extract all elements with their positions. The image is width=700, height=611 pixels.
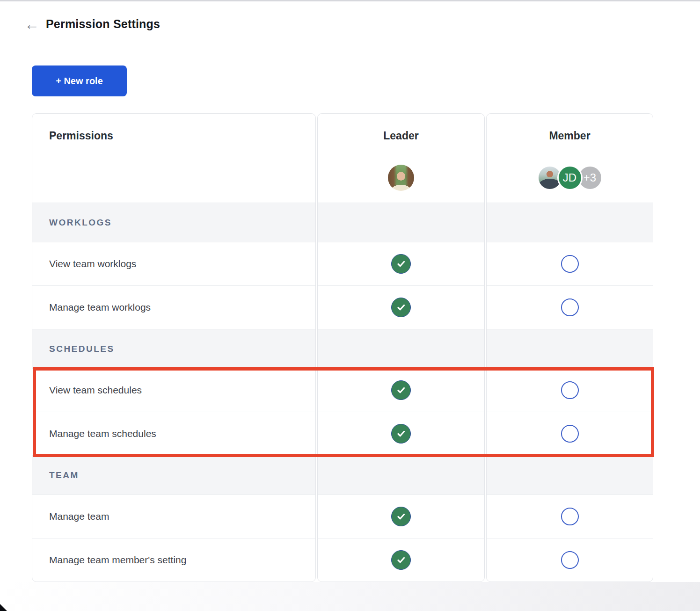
new-role-button[interactable]: + New role — [32, 65, 127, 96]
permission-row: View team schedules — [32, 368, 315, 412]
permission-label: View team worklogs — [32, 258, 136, 269]
section-header-row: SCHEDULES — [32, 329, 315, 368]
member-avatar-photo[interactable] — [539, 167, 561, 189]
bottom-fade — [0, 582, 700, 611]
leader-avatar-group — [388, 165, 414, 191]
section-header-row — [487, 455, 653, 495]
section-header-row: WORKLOGS — [32, 203, 315, 242]
leader-permission-cell — [318, 285, 484, 329]
permission-row: Manage team — [32, 495, 315, 538]
member-permission-cell — [487, 368, 653, 412]
permissions-column: Permissions WORKLOGSView team worklogsMa… — [32, 113, 316, 582]
section-header-row: TEAM — [32, 455, 315, 495]
permission-row: View team worklogs — [32, 242, 315, 285]
member-permission-cell — [487, 285, 653, 329]
leader-avatar[interactable] — [388, 165, 414, 191]
granted-check-icon[interactable] — [391, 298, 411, 317]
member-avatar-group: JD +3 — [539, 167, 601, 189]
section-header-row — [487, 329, 653, 368]
page-title: Permission Settings — [46, 17, 160, 31]
permission-label: Manage team schedules — [32, 428, 156, 439]
leader-permission-cell — [318, 412, 484, 455]
not-granted-radio[interactable] — [561, 425, 579, 443]
permission-label: Manage team — [32, 511, 109, 522]
section-label: TEAM — [32, 470, 79, 480]
leader-column: Leader — [317, 113, 485, 582]
leader-column-title: Leader — [383, 130, 418, 142]
permissions-column-title: Permissions — [49, 130, 315, 142]
permissions-table: Permissions WORKLOGSView team worklogsMa… — [32, 113, 653, 582]
permission-label: View team schedules — [32, 385, 142, 396]
granted-check-icon[interactable] — [391, 424, 411, 444]
permission-row: Manage team schedules — [32, 412, 315, 455]
member-column-header: Member JD +3 — [487, 114, 653, 203]
member-permission-cell — [487, 412, 653, 455]
page-header: ← Permission Settings — [0, 1, 700, 47]
section-header-row — [487, 203, 653, 242]
not-granted-radio[interactable] — [561, 381, 579, 399]
section-label: WORKLOGS — [32, 218, 112, 228]
permission-label: Manage team worklogs — [32, 302, 151, 313]
section-label: SCHEDULES — [32, 344, 115, 354]
permission-row: Manage team worklogs — [32, 285, 315, 329]
member-avatar-overflow[interactable]: +3 — [579, 167, 601, 189]
member-permission-cell — [487, 242, 653, 285]
member-column: Member JD +3 — [486, 113, 653, 582]
leader-permission-cell — [318, 368, 484, 412]
section-header-row — [318, 203, 484, 242]
leader-permission-cell — [318, 538, 484, 582]
section-header-row — [318, 455, 484, 495]
not-granted-radio[interactable] — [561, 255, 579, 273]
leader-column-header: Leader — [318, 114, 484, 203]
not-granted-radio[interactable] — [561, 551, 579, 569]
member-permission-cell — [487, 495, 653, 538]
not-granted-radio[interactable] — [561, 298, 579, 316]
granted-check-icon[interactable] — [391, 380, 411, 400]
granted-check-icon[interactable] — [391, 254, 411, 274]
permissions-column-header: Permissions — [32, 114, 315, 203]
section-header-row — [318, 329, 484, 368]
not-granted-radio[interactable] — [561, 508, 579, 525]
member-avatar-initials[interactable]: JD — [559, 167, 581, 189]
permission-label: Manage team member's setting — [32, 554, 186, 566]
granted-check-icon[interactable] — [391, 507, 411, 526]
member-column-title: Member — [549, 130, 590, 142]
back-arrow-icon[interactable]: ← — [24, 17, 39, 32]
leader-permission-cell — [318, 242, 484, 285]
member-permission-cell — [487, 538, 653, 582]
granted-check-icon[interactable] — [391, 550, 411, 570]
permission-row: Manage team member's setting — [32, 538, 315, 582]
leader-permission-cell — [318, 495, 484, 538]
